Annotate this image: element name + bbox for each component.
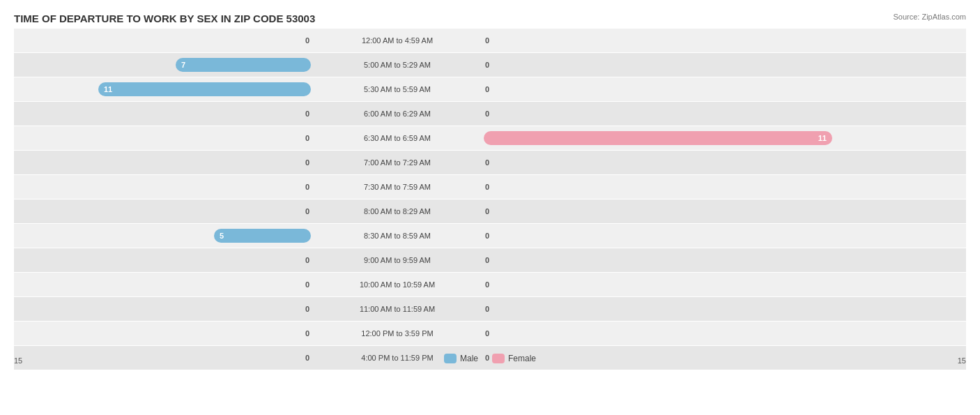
table-row: 75:00 AM to 5:29 AM0 [14, 53, 966, 77]
male-zero: 0 [305, 207, 309, 216]
time-label: 5:30 AM to 5:59 AM [314, 85, 481, 93]
female-zero: 0 [485, 61, 489, 69]
time-label: 6:30 AM to 6:59 AM [314, 134, 481, 142]
male-cell: 0 [14, 29, 314, 52]
male-cell: 0 [14, 322, 314, 345]
female-cell: 0 [481, 346, 966, 370]
male-zero: 0 [305, 354, 309, 362]
male-zero: 0 [305, 110, 309, 118]
time-label: 6:00 AM to 6:29 AM [314, 110, 481, 118]
table-row: 09:00 AM to 9:59 AM0 [14, 248, 966, 272]
female-zero: 0 [485, 85, 489, 93]
female-cell: 11 [481, 126, 966, 150]
male-bar-value: 5 [220, 232, 224, 240]
axis-right: 15 [958, 356, 966, 365]
male-zero: 0 [305, 183, 309, 191]
female-cell: 0 [481, 224, 966, 248]
male-bar-value: 7 [181, 61, 185, 69]
male-bar: 5 [214, 229, 311, 243]
male-cell: 11 [14, 77, 314, 101]
female-zero: 0 [485, 183, 489, 191]
female-bar-value: 11 [818, 134, 827, 142]
table-row: 012:00 AM to 4:59 AM0 [14, 29, 966, 52]
female-zero: 0 [485, 305, 489, 313]
female-swatch [492, 354, 505, 363]
female-cell: 0 [481, 248, 966, 272]
table-row: 07:00 AM to 7:29 AM0 [14, 151, 966, 174]
female-label: Female [508, 354, 536, 363]
time-label: 12:00 PM to 3:59 PM [314, 329, 481, 338]
male-cell: 0 [14, 102, 314, 126]
table-row: 06:00 AM to 6:29 AM0 [14, 102, 966, 126]
female-zero: 0 [485, 207, 489, 216]
male-bar-value: 11 [104, 85, 112, 93]
male-zero: 0 [305, 158, 309, 167]
time-label: 9:00 AM to 9:59 AM [314, 256, 481, 264]
female-cell: 0 [481, 322, 966, 345]
male-zero: 0 [305, 256, 309, 264]
chart-title: TIME OF DEPARTURE TO WORK BY SEX IN ZIP … [14, 13, 966, 24]
time-label: 7:00 AM to 7:29 AM [314, 158, 481, 167]
female-zero: 0 [485, 36, 489, 45]
male-zero: 0 [305, 329, 309, 338]
female-zero: 0 [485, 256, 489, 264]
female-cell: 0 [481, 151, 966, 174]
chart-container: TIME OF DEPARTURE TO WORK BY SEX IN ZIP … [0, 0, 980, 415]
female-zero: 0 [485, 232, 489, 240]
female-bar: 11 [484, 131, 832, 145]
time-label: 10:00 AM to 10:59 AM [314, 280, 481, 289]
chart-area: 012:00 AM to 4:59 AM075:00 AM to 5:29 AM… [14, 29, 966, 365]
male-zero: 0 [305, 305, 309, 313]
rows-wrapper: 012:00 AM to 4:59 AM075:00 AM to 5:29 AM… [14, 29, 966, 348]
table-row: 115:30 AM to 5:59 AM0 [14, 77, 966, 101]
table-row: 58:30 AM to 8:59 AM0 [14, 224, 966, 248]
male-cell: 5 [14, 224, 314, 248]
female-cell: 0 [481, 199, 966, 223]
female-cell: 0 [481, 175, 966, 199]
male-zero: 0 [305, 134, 309, 142]
female-cell: 0 [481, 297, 966, 321]
male-cell: 0 [14, 151, 314, 174]
male-bar: 7 [176, 58, 311, 72]
female-zero: 0 [485, 110, 489, 118]
table-row: 010:00 AM to 10:59 AM0 [14, 273, 966, 296]
female-zero: 0 [485, 280, 489, 289]
male-cell: 0 [14, 346, 314, 370]
female-zero: 0 [485, 158, 489, 167]
axis-left: 15 [14, 356, 22, 365]
time-label: 8:30 AM to 8:59 AM [314, 232, 481, 240]
female-cell: 0 [481, 102, 966, 126]
male-cell: 7 [14, 53, 314, 77]
male-swatch [444, 354, 457, 363]
male-cell: 0 [14, 273, 314, 296]
male-cell: 0 [14, 175, 314, 199]
time-label: 8:00 AM to 8:29 AM [314, 207, 481, 216]
male-cell: 0 [14, 248, 314, 272]
male-cell: 0 [14, 199, 314, 223]
legend-male: Male [444, 354, 478, 363]
table-row: 06:30 AM to 6:59 AM11 [14, 126, 966, 150]
time-label: 7:30 AM to 7:59 AM [314, 183, 481, 191]
table-row: 011:00 AM to 11:59 AM0 [14, 297, 966, 321]
male-zero: 0 [305, 36, 309, 45]
female-cell: 0 [481, 29, 966, 52]
male-label: Male [460, 354, 478, 363]
female-cell: 0 [481, 77, 966, 101]
time-label: 11:00 AM to 11:59 AM [314, 305, 481, 313]
female-cell: 0 [481, 273, 966, 296]
time-label: 5:00 AM to 5:29 AM [314, 61, 481, 69]
table-row: 08:00 AM to 8:29 AM0 [14, 199, 966, 223]
male-cell: 0 [14, 297, 314, 321]
table-row: 012:00 PM to 3:59 PM0 [14, 322, 966, 345]
source-label: Source: ZipAtlas.com [893, 13, 966, 21]
female-zero: 0 [485, 329, 489, 338]
male-cell: 0 [14, 126, 314, 150]
table-row: 07:30 AM to 7:59 AM0 [14, 175, 966, 199]
male-bar: 11 [98, 82, 311, 96]
male-zero: 0 [305, 280, 309, 289]
legend-female: Female [492, 354, 536, 363]
time-label: 12:00 AM to 4:59 AM [314, 36, 481, 45]
legend: Male Female [444, 354, 536, 363]
female-cell: 0 [481, 53, 966, 77]
